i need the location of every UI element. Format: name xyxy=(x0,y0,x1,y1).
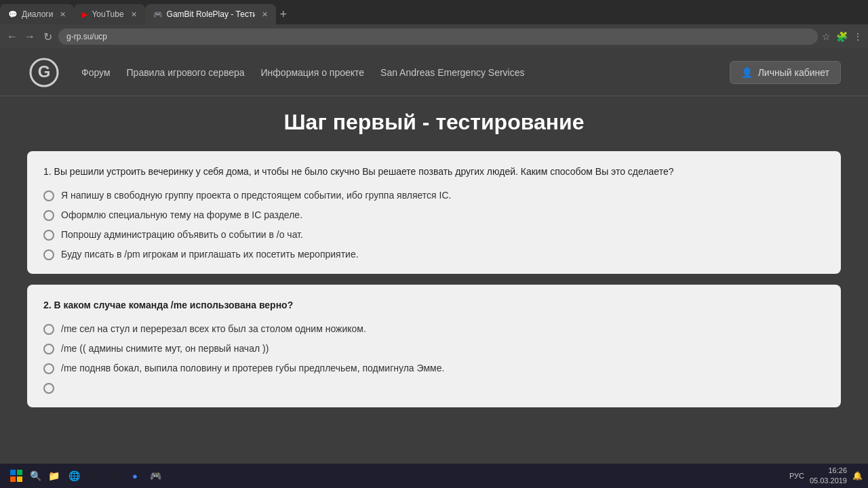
tab-dialogi-label: Диалоги xyxy=(22,9,53,19)
taskbar-mail[interactable]: ✉ xyxy=(85,466,104,485)
settings-icon[interactable]: ⋮ xyxy=(853,31,863,42)
tab-youtube[interactable]: ▶ YouTube ✕ xyxy=(74,4,144,24)
bookmark-icon[interactable]: ☆ xyxy=(822,31,831,42)
radio-1-b[interactable] xyxy=(43,210,54,221)
tab-bar: 💬 Диалоги ✕ ▶ YouTube ✕ 🎮 GamBit RolePla… xyxy=(0,0,868,24)
answer-2-a[interactable]: /me сел на стул и перерезал всех кто был… xyxy=(43,323,825,335)
answer-1-c[interactable]: Попрошу администрацию объявить о событии… xyxy=(43,229,825,241)
answer-2-a-text: /me сел на стул и перерезал всех кто был… xyxy=(61,323,366,334)
taskbar-lang: РУС xyxy=(789,472,804,480)
tab-youtube-label: YouTube xyxy=(92,9,123,19)
nav-forum[interactable]: Форум xyxy=(81,67,111,78)
cabinet-label: Личный кабинет xyxy=(758,67,829,78)
answer-2-d[interactable] xyxy=(43,382,825,394)
taskbar-app6[interactable]: 🎮 xyxy=(146,466,165,485)
taskbar-right: РУС 16:26 05.03.2019 🔔 xyxy=(789,466,863,487)
question-1-text: 1. Вы решили устроить вечеринку у себя д… xyxy=(43,165,825,179)
cabinet-button[interactable]: 👤 Личный кабинет xyxy=(730,61,841,84)
answer-1-b[interactable]: Оформлю специальную тему на форуме в IC … xyxy=(43,209,825,221)
radio-2-a[interactable] xyxy=(43,324,54,335)
address-bar-row: ← → ↻ ☆ 🧩 ⋮ xyxy=(0,24,868,49)
extensions-icon[interactable]: 🧩 xyxy=(836,31,848,42)
toolbar-icons: ☆ 🧩 ⋮ xyxy=(822,31,863,42)
tab-youtube-close[interactable]: ✕ xyxy=(131,10,137,19)
answer-1-a[interactable]: Я напишу в свободную группу проекта о пр… xyxy=(43,190,825,201)
svg-text:G: G xyxy=(38,62,51,81)
svg-rect-4 xyxy=(10,476,16,482)
tab-youtube-icon: ▶ xyxy=(82,10,87,19)
taskbar-notification[interactable]: 🔔 xyxy=(852,471,863,481)
answer-1-c-text: Попрошу администрацию объявить о событии… xyxy=(61,229,303,240)
taskbar-edge[interactable]: 🌐 xyxy=(64,466,83,485)
main-content: Шаг первый - тестирование 1. Вы решили у… xyxy=(0,96,868,432)
answer-1-d-text: Буду писать в /pm игрокам и приглашать и… xyxy=(61,249,359,260)
tab-dialogi-close[interactable]: ✕ xyxy=(60,10,66,19)
answer-2-b-text: /me (( админы снимите мут, он первый нач… xyxy=(61,343,269,354)
taskbar-chrome[interactable]: ● xyxy=(125,466,144,485)
tab-gambit-close[interactable]: ✕ xyxy=(262,10,268,19)
radio-1-d[interactable] xyxy=(43,249,54,260)
tab-gambit-icon: 🎮 xyxy=(153,10,163,19)
back-button[interactable]: ← xyxy=(5,30,19,43)
site-nav: G Форум Правила игрового сервера Информа… xyxy=(0,49,868,96)
new-tab-button[interactable]: + xyxy=(280,8,288,20)
nav-rules[interactable]: Правила игрового сервера xyxy=(127,67,245,78)
answer-1-a-text: Я напишу в свободную группу проекта о пр… xyxy=(61,190,451,201)
site-logo: G xyxy=(27,56,61,89)
answer-2-b[interactable]: /me (( админы снимите мут, он первый нач… xyxy=(43,343,825,354)
question-block-2: 2. В каком случае команда /me использова… xyxy=(27,285,841,407)
svg-rect-2 xyxy=(10,470,16,475)
tab-gambit-label: GamBit RolePlay - Тестирование xyxy=(167,9,255,19)
browser-chrome: 💬 Диалоги ✕ ▶ YouTube ✕ 🎮 GamBit RolePla… xyxy=(0,0,868,49)
svg-rect-3 xyxy=(17,470,22,475)
cabinet-icon: 👤 xyxy=(741,67,753,78)
answer-1-b-text: Оформлю специальную тему на форуме в IC … xyxy=(61,209,302,220)
website: G Форум Правила игрового сервера Информа… xyxy=(0,49,868,488)
nav-links: Форум Правила игрового сервера Информаци… xyxy=(81,67,730,78)
taskbar-apps: 📁 🌐 ✉ 🛍 ● 🎮 xyxy=(44,466,165,485)
radio-2-b[interactable] xyxy=(43,344,54,354)
tab-dialogi-icon: 💬 xyxy=(8,10,18,19)
start-button[interactable] xyxy=(5,466,27,485)
taskbar-store[interactable]: 🛍 xyxy=(105,466,124,485)
answer-2-c-text: /me подняв бокал, выпила половину и прот… xyxy=(61,363,444,373)
tab-gambit[interactable]: 🎮 GamBit RolePlay - Тестирование ✕ xyxy=(145,4,276,24)
taskbar: 🔍 📁 🌐 ✉ 🛍 ● 🎮 РУС 16:26 05.03.2019 🔔 xyxy=(0,464,868,488)
answer-2-c[interactable]: /me подняв бокал, выпила половину и прот… xyxy=(43,363,825,374)
address-input[interactable] xyxy=(58,28,818,45)
taskbar-search-button[interactable]: 🔍 xyxy=(30,470,41,482)
question-2-text: 2. В каком случае команда /me использова… xyxy=(43,298,825,312)
taskbar-time-display: 16:26 05.03.2019 xyxy=(810,466,847,487)
answer-1-d[interactable]: Буду писать в /pm игрокам и приглашать и… xyxy=(43,249,825,260)
forward-button[interactable]: → xyxy=(23,30,37,43)
refresh-button[interactable]: ↻ xyxy=(41,30,54,43)
page-title: Шаг первый - тестирование xyxy=(27,110,841,135)
radio-2-d[interactable] xyxy=(43,383,54,394)
svg-rect-5 xyxy=(17,476,22,482)
nav-saes[interactable]: San Andreas Emergency Services xyxy=(380,67,524,78)
tab-dialogi[interactable]: 💬 Диалоги ✕ xyxy=(0,4,74,24)
nav-info[interactable]: Информация о проекте xyxy=(261,67,365,78)
radio-2-c[interactable] xyxy=(43,363,54,374)
question-block-1: 1. Вы решили устроить вечеринку у себя д… xyxy=(27,151,841,274)
taskbar-time: 16:26 xyxy=(810,466,847,476)
taskbar-date: 05.03.2019 xyxy=(810,476,847,486)
radio-1-a[interactable] xyxy=(43,190,54,201)
taskbar-file-explorer[interactable]: 📁 xyxy=(44,466,63,485)
radio-1-c[interactable] xyxy=(43,230,54,241)
